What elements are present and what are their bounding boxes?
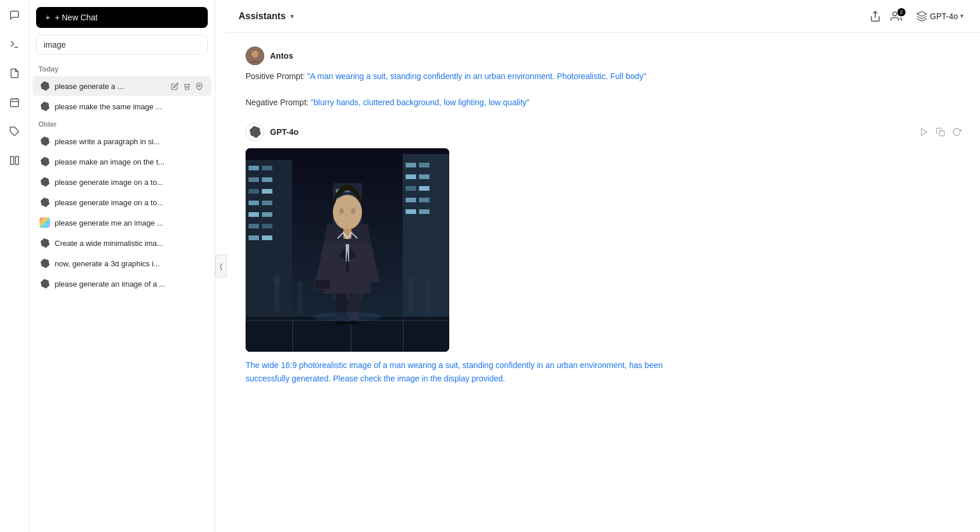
- svg-rect-37: [419, 186, 429, 191]
- svg-rect-63: [275, 282, 279, 311]
- user-sender-name: Antos: [270, 51, 293, 60]
- generated-image: [246, 148, 449, 352]
- svg-rect-40: [406, 209, 416, 214]
- chat-content: Antos Positive Prompt: "A man wearing a …: [227, 33, 980, 532]
- openai-icon-older-7: [40, 258, 50, 269]
- gpt-sender-name: GPT-4o: [270, 127, 299, 137]
- older-chat-item-4[interactable]: please generate image on a to...: [33, 192, 211, 212]
- user-message-header: Antos: [246, 47, 961, 65]
- older-chat-text-6: Create a wide minimalistic ima...: [55, 239, 204, 248]
- older-chat-item-7[interactable]: now, generate a 3d graphics i...: [33, 253, 211, 273]
- pin-button-1[interactable]: [194, 81, 204, 91]
- topbar-assistants-chevron[interactable]: ▾: [290, 12, 294, 20]
- svg-rect-14: [939, 131, 945, 136]
- svg-rect-51: [403, 320, 404, 352]
- today-chat-text-2: please make the same image ...: [55, 102, 204, 111]
- svg-rect-22: [262, 189, 272, 194]
- document-icon[interactable]: [5, 64, 24, 83]
- svg-point-71: [313, 312, 382, 322]
- delete-button-1[interactable]: [182, 81, 192, 91]
- plugin-button[interactable]: 2: [890, 10, 902, 22]
- calendar-icon[interactable]: [5, 93, 24, 112]
- sidebar-collapse-toggle[interactable]: (: [215, 255, 227, 278]
- openai-icon-older-6: [40, 238, 50, 248]
- plugin-badge: 2: [897, 8, 906, 16]
- svg-point-64: [273, 274, 281, 284]
- svg-rect-65: [298, 288, 303, 314]
- older-chat-text-5: please generate me an image ...: [55, 219, 204, 227]
- svg-rect-23: [248, 201, 259, 205]
- gpt-message-block: GPT-4o: [246, 123, 961, 385]
- svg-rect-32: [406, 163, 416, 167]
- new-chat-label: + New Chat: [55, 13, 98, 22]
- today-chat-item-1[interactable]: please generate a ...: [33, 76, 211, 96]
- svg-point-66: [297, 280, 304, 288]
- gpt-response-text: The wide 16:9 photorealistic image of a …: [246, 359, 665, 385]
- main-area: Assistants ▾ 2: [227, 0, 980, 532]
- older-chat-item-8[interactable]: please generate an image of a ...: [33, 274, 211, 294]
- message-actions: [919, 127, 961, 137]
- older-chat-text-2: please make an image on the t...: [55, 158, 204, 166]
- topbar: Assistants ▾ 2: [227, 0, 980, 33]
- today-section-label: Today: [29, 62, 215, 76]
- svg-point-59: [333, 195, 362, 230]
- svg-rect-69: [426, 288, 431, 314]
- today-chat-text-1: please generate a ...: [55, 82, 165, 91]
- older-chat-item-6[interactable]: Create a wide minimalistic ima...: [33, 233, 211, 253]
- older-chat-text-7: now, generate a 3d graphics i...: [55, 259, 204, 268]
- older-chat-text-3: please generate image on a to...: [55, 178, 204, 187]
- user-prompt-text: Positive Prompt: "A man wearing a suit, …: [246, 70, 961, 109]
- svg-rect-19: [248, 177, 259, 182]
- svg-rect-67: [409, 285, 413, 313]
- icon-bar: [0, 0, 29, 532]
- svg-rect-38: [406, 198, 416, 202]
- svg-rect-27: [248, 224, 259, 228]
- older-chat-item-2[interactable]: please make an image on the t...: [33, 152, 211, 172]
- share-button[interactable]: [869, 10, 881, 22]
- older-chat-list: please write a paragraph in si... please…: [29, 131, 215, 294]
- edit-button-1[interactable]: [170, 81, 180, 91]
- svg-rect-6: [10, 156, 13, 165]
- today-chat-item-2[interactable]: please make the same image ...: [33, 97, 211, 116]
- older-chat-item-5[interactable]: please generate me an image ...: [33, 213, 211, 233]
- plus-icon: +: [45, 13, 50, 22]
- svg-point-10: [893, 12, 897, 16]
- older-chat-text-4: please generate image on a to...: [55, 198, 204, 207]
- svg-rect-36: [406, 186, 416, 191]
- svg-rect-35: [419, 174, 429, 179]
- search-input[interactable]: [36, 35, 208, 55]
- older-chat-item-3[interactable]: please generate image on a to...: [33, 172, 211, 192]
- svg-point-61: [351, 208, 356, 214]
- colorful-icon-5: [40, 217, 50, 228]
- svg-rect-33: [419, 163, 429, 167]
- svg-rect-17: [248, 166, 259, 170]
- gpt-message-header: GPT-4o: [246, 123, 299, 141]
- older-section-label: Older: [29, 117, 215, 131]
- chat-icon[interactable]: [5, 6, 24, 24]
- svg-rect-39: [419, 198, 429, 202]
- topbar-left: Assistants ▾: [239, 11, 294, 22]
- svg-rect-28: [262, 224, 272, 228]
- older-chat-text-1: please write a paragraph in si...: [55, 137, 204, 146]
- model-selector[interactable]: GPT-4o ▾: [911, 8, 968, 24]
- collapse-chevron: (: [220, 262, 222, 270]
- new-chat-button[interactable]: + + New Chat: [36, 7, 208, 28]
- older-chat-text-8: please generate an image of a ...: [55, 280, 204, 288]
- openai-icon-older-1: [40, 136, 50, 147]
- refresh-button[interactable]: [952, 127, 961, 137]
- svg-point-60: [339, 208, 344, 214]
- puzzle-icon[interactable]: [5, 122, 24, 141]
- svg-marker-13: [921, 128, 926, 135]
- openai-icon-older-3: [40, 177, 50, 187]
- terminal-icon[interactable]: [5, 35, 24, 53]
- columns-icon[interactable]: [5, 151, 24, 170]
- svg-rect-47: [246, 317, 449, 352]
- svg-rect-29: [248, 235, 259, 240]
- play-button[interactable]: [919, 127, 929, 137]
- user-message-block: Antos Positive Prompt: "A man wearing a …: [246, 47, 961, 109]
- older-chat-item-1[interactable]: please write a paragraph in si...: [33, 131, 211, 151]
- copy-button[interactable]: [936, 127, 945, 137]
- today-chat-list: please generate a ... please make the sa: [29, 76, 215, 117]
- sidebar: + + New Chat Today please generate a ...: [29, 0, 215, 532]
- model-name: GPT-4o: [930, 12, 958, 21]
